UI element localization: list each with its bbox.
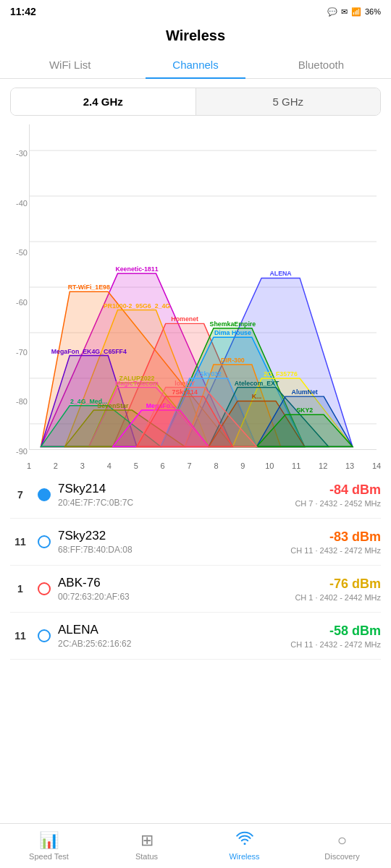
x-label: 14 (372, 461, 381, 470)
network-dot (38, 582, 51, 595)
status-time: 11:42 (10, 6, 36, 17)
network-info: 7Sky214 20:4E:7F:7C:0B:7C (58, 482, 295, 508)
x-label: 10 (265, 461, 274, 470)
network-freq: CH 11 · 2432 - 2472 MHz (290, 640, 381, 649)
network-freq: CH 1 · 2402 - 2442 MHz (295, 593, 381, 602)
x-label: 1 (27, 461, 31, 470)
network-item[interactable]: 7 7Sky214 20:4E:7F:7C:0B:7C -84 dBm CH 7… (10, 472, 381, 519)
network-name: 7Sky214 (58, 482, 295, 496)
x-label: 9 (240, 461, 245, 470)
network-info: 7Sky232 68:FF:7B:40:DA:08 (58, 529, 290, 555)
chart-grid (29, 124, 377, 450)
network-list: 7 7Sky214 20:4E:7F:7C:0B:7C -84 dBm CH 7… (0, 472, 391, 660)
network-dbm: -83 dBm (290, 529, 381, 545)
nav-wireless-label: Wireless (229, 852, 259, 861)
discovery-icon: ○ (337, 831, 347, 850)
network-info: ABK-76 00:72:63:20:AF:63 (58, 576, 295, 602)
signal-icons: 📶 (351, 7, 361, 17)
status-icons: 💬 ✉ 📶 36% (327, 7, 381, 17)
network-right: -58 dBm CH 11 · 2432 - 2472 MHz (290, 624, 381, 649)
x-label: 2 (54, 461, 58, 470)
y-label: -40 (16, 199, 28, 208)
x-label: 12 (319, 461, 327, 470)
network-dot (38, 629, 51, 642)
y-label: -70 (16, 348, 28, 357)
network-item[interactable]: 11 ALENA 2C:AB:25:62:16:62 -58 dBm CH 11… (10, 613, 381, 660)
x-label: 6 (161, 461, 165, 470)
network-right: -83 dBm CH 11 · 2432 - 2472 MHz (290, 529, 381, 555)
x-axis: 1234567891011121314 (29, 453, 377, 472)
nav-status[interactable]: ⊞ Status (98, 831, 196, 861)
message-icon: ✉ (341, 7, 348, 17)
network-name: ABK-76 (58, 576, 295, 590)
network-mac: 2C:AB:25:62:16:62 (58, 639, 290, 649)
network-dbm: -76 dBm (295, 576, 381, 592)
wireless-icon (236, 831, 253, 850)
network-mac: 68:FF:7B:40:DA:08 (58, 545, 290, 555)
network-item[interactable]: 11 7Sky232 68:FF:7B:40:DA:08 -83 dBm CH … (10, 519, 381, 566)
network-channel: 11 (10, 630, 30, 642)
nav-speed-test-label: Speed Test (29, 852, 69, 861)
network-item[interactable]: 1 ABK-76 00:72:63:20:AF:63 -76 dBm CH 1 … (10, 566, 381, 613)
network-dot (38, 535, 51, 548)
y-label: -50 (16, 248, 28, 257)
tab-bar: WiFi List Channels Bluetooth (0, 51, 391, 79)
nav-wireless[interactable]: Wireless (196, 831, 293, 861)
battery-level: 36% (365, 7, 381, 16)
x-label: 3 (80, 461, 85, 470)
nav-discovery[interactable]: ○ Discovery (293, 831, 391, 861)
speed-test-icon: 📊 (39, 831, 59, 850)
network-right: -84 dBm CH 7 · 2432 - 2452 MHz (295, 482, 381, 508)
x-label: 7 (187, 461, 191, 470)
tab-wifi-list[interactable]: WiFi List (7, 51, 133, 78)
y-label: -60 (16, 298, 28, 307)
freq-5g-button[interactable]: 5 GHz (196, 88, 381, 115)
network-mac: 20:4E:7F:7C:0B:7C (58, 498, 295, 508)
x-label: 5 (134, 461, 138, 470)
whatsapp-icon: 💬 (327, 7, 337, 17)
network-mac: 00:72:63:20:AF:63 (58, 592, 295, 602)
network-info: ALENA 2C:AB:25:62:16:62 (58, 623, 290, 649)
x-label: 11 (292, 461, 300, 470)
network-channel: 1 (10, 583, 30, 595)
y-label: -30 (16, 149, 28, 158)
status-bar: 11:42 💬 ✉ 📶 36% (0, 0, 391, 23)
tab-channels[interactable]: Channels (133, 51, 258, 78)
network-name: ALENA (58, 623, 290, 637)
bottom-nav: 📊 Speed Test ⊞ Status Wireless ○ Discove… (0, 823, 391, 868)
x-label: 8 (214, 461, 218, 470)
nav-discovery-label: Discovery (324, 852, 359, 861)
network-dbm: -84 dBm (295, 482, 381, 498)
nav-status-label: Status (135, 852, 158, 861)
frequency-toggle: 2.4 GHz 5 GHz (10, 88, 381, 116)
network-right: -76 dBm CH 1 · 2402 - 2442 MHz (295, 576, 381, 602)
page-title: Wireless (0, 23, 391, 51)
network-channel: 11 (10, 536, 30, 548)
network-freq: CH 11 · 2432 - 2472 MHz (290, 546, 381, 555)
channel-chart: -30-40-50-60-70-80-90 Keenetic-1811ALENA… (7, 124, 384, 472)
y-label: -90 (16, 447, 28, 456)
x-label: 13 (345, 461, 354, 470)
network-name: 7Sky232 (58, 529, 290, 543)
y-label: -80 (16, 397, 28, 406)
freq-2g-button[interactable]: 2.4 GHz (11, 88, 196, 115)
x-label: 4 (107, 461, 112, 470)
network-freq: CH 7 · 2432 - 2452 MHz (295, 499, 381, 508)
tab-bluetooth[interactable]: Bluetooth (258, 51, 384, 78)
network-dbm: -58 dBm (290, 624, 381, 639)
y-axis: -30-40-50-60-70-80-90 (7, 124, 29, 472)
network-channel: 7 (10, 489, 30, 501)
network-dot (38, 488, 51, 501)
status-icon: ⊞ (140, 831, 154, 850)
nav-speed-test[interactable]: 📊 Speed Test (0, 831, 98, 861)
